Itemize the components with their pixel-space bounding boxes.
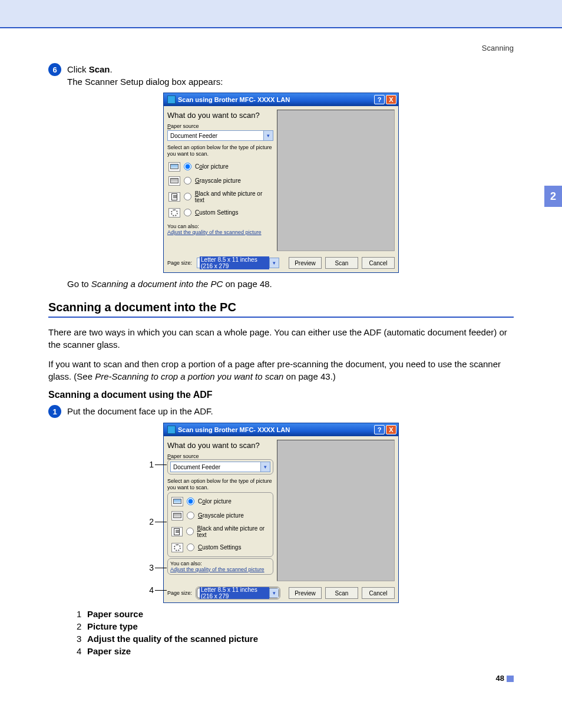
adjust-callout-box: You can also: Adjust the quality of the …	[167, 558, 273, 575]
page-size-value: Letter 8.5 x 11 inches (216 x 279	[200, 587, 269, 599]
you-can-also: You can also:	[167, 223, 273, 229]
step6-line2: The Scanner Setup dialog box appears:	[67, 77, 223, 87]
option-grayscale[interactable]: Grayscale picture	[170, 509, 270, 523]
step-1: 1 Put the document face up in the ADF.	[48, 405, 514, 418]
preview-area	[277, 110, 395, 251]
you-can-also: You can also:	[170, 561, 270, 566]
grayscale-picture-icon	[168, 176, 180, 186]
callout-1: 1	[147, 460, 154, 469]
legend-item-4: 4Paper size	[77, 646, 514, 656]
para2-b: Pre-Scanning to crop a portion you want …	[95, 371, 283, 381]
radio-bw[interactable]	[184, 193, 191, 200]
help-button[interactable]: ?	[374, 425, 385, 434]
callout-2: 2	[147, 517, 154, 526]
running-header-text: Scanning	[482, 44, 514, 52]
chapter-tab: 2	[544, 186, 562, 207]
radio-grayscale[interactable]	[187, 512, 194, 519]
option-color[interactable]: Color picture	[170, 495, 270, 509]
opt-color-label: Color picture	[195, 163, 229, 170]
callout-4: 4	[147, 585, 154, 595]
option-custom[interactable]: Custom Settings	[170, 541, 270, 555]
radio-color[interactable]	[184, 163, 191, 170]
step1-text: Put the document face up in the ADF.	[67, 405, 213, 418]
close-button[interactable]: X	[386, 95, 396, 104]
step6-text-a: Click	[67, 64, 89, 74]
page-banner	[0, 0, 562, 28]
opt-bw-label: Black and white picture or text	[195, 190, 272, 203]
option-custom[interactable]: Custom Settings	[167, 206, 273, 220]
preview-button[interactable]: Preview	[289, 257, 322, 269]
goto-a: Go to	[67, 279, 91, 289]
page-size-dropdown[interactable]: Letter 8.5 x 11 inches (216 x 279 ▾	[197, 588, 279, 598]
page-size-label: Page size:	[167, 260, 192, 266]
step-number-6: 6	[48, 63, 61, 76]
footer-mark-icon	[507, 676, 514, 682]
opt-gray-label: Grayscale picture	[195, 177, 241, 184]
custom-settings-icon	[171, 543, 183, 552]
scan-button[interactable]: Scan	[325, 257, 358, 269]
option-hint: Select an option below for the type of p…	[167, 144, 273, 157]
page-size-label: Page size:	[167, 590, 192, 596]
dialog-title: Scan using Brother MFC- XXXX LAN	[178, 426, 373, 433]
opt-custom-label: Custom Settings	[195, 209, 238, 216]
legend-item-1: 1Paper source	[77, 609, 514, 619]
opt-custom-label: Custom Settings	[198, 544, 241, 551]
callout-3: 3	[147, 563, 154, 572]
step6-scan-word: Scan	[89, 64, 110, 74]
page-size-value: Letter 8.5 x 11 inches (216 x 279	[200, 256, 269, 269]
opt-color-label: Color picture	[198, 498, 232, 505]
grayscale-picture-icon	[171, 511, 183, 521]
radio-bw[interactable]	[186, 528, 194, 535]
legend-item-3: 3Adjust the quality of the scanned pictu…	[77, 634, 514, 644]
paper-source-dropdown[interactable]: Document Feeder ▾	[167, 130, 273, 141]
app-icon	[167, 95, 176, 104]
chevron-down-icon: ▾	[263, 131, 273, 140]
option-grayscale[interactable]: Grayscale picture	[167, 174, 273, 188]
opt-gray-label: Grayscale picture	[198, 512, 244, 519]
paper-source-value: Document Feeder	[173, 464, 260, 470]
scan-button[interactable]: Scan	[325, 587, 358, 599]
dialog-title: Scan using Brother MFC- XXXX LAN	[178, 96, 373, 103]
paper-source-value: Document Feeder	[170, 133, 263, 139]
option-bw[interactable]: Black and white picture or text	[167, 188, 273, 206]
scan-dialog: Scan using Brother MFC- XXXX LAN ? X Wha…	[163, 93, 399, 273]
option-bw[interactable]: Black and white picture or text	[170, 523, 270, 541]
radio-grayscale[interactable]	[184, 177, 191, 185]
picture-type-callout-box: Color picture Grayscale picture Black an	[167, 492, 273, 557]
color-picture-icon	[168, 162, 180, 172]
para-1: There are two ways in which you can scan…	[48, 326, 514, 351]
subheading-adf: Scanning a document using the ADF	[48, 390, 514, 400]
chevron-down-icon: ▾	[260, 462, 270, 472]
cancel-button[interactable]: Cancel	[362, 587, 395, 599]
running-header: Scanning	[0, 28, 562, 52]
cancel-button[interactable]: Cancel	[362, 257, 395, 269]
opt-bw-label: Black and white picture or text	[197, 525, 269, 538]
dialog-titlebar: Scan using Brother MFC- XXXX LAN ? X	[164, 93, 398, 106]
goto-c: on page 48.	[223, 279, 272, 289]
section-heading: Scanning a document into the PC	[48, 301, 514, 318]
legend-item-2: 2Picture type	[77, 621, 514, 631]
bw-picture-icon	[168, 192, 180, 202]
color-picture-icon	[171, 497, 183, 506]
paper-source-callout-box: Document Feeder ▾	[167, 459, 273, 475]
preview-button[interactable]: Preview	[289, 587, 322, 599]
step-number-1: 1	[48, 405, 61, 418]
close-button[interactable]: X	[386, 425, 396, 434]
para-2: If you want to scan and then crop a port…	[48, 358, 514, 383]
step6-text-c: .	[110, 64, 113, 74]
paper-source-dropdown[interactable]: Document Feeder ▾	[170, 462, 270, 472]
adjust-quality-link[interactable]: Adjust the quality of the scanned pictur…	[167, 229, 273, 235]
help-button[interactable]: ?	[374, 95, 385, 104]
option-color[interactable]: Color picture	[167, 160, 273, 174]
page-size-dropdown[interactable]: Letter 8.5 x 11 inches (216 x 279 ▾	[197, 258, 279, 268]
chevron-down-icon: ▾	[269, 258, 279, 268]
option-hint: Select an option below for the type of p…	[167, 478, 273, 491]
radio-custom[interactable]	[184, 209, 191, 216]
radio-color[interactable]	[187, 498, 194, 505]
para2-c: on page 43.)	[283, 371, 335, 381]
paper-source-label: Paper source	[167, 453, 273, 459]
scan-dialog-annotated: Scan using Brother MFC- XXXX LAN ? X Wha…	[163, 423, 399, 603]
radio-custom[interactable]	[187, 543, 194, 551]
adjust-quality-link[interactable]: Adjust the quality of the scanned pictur…	[170, 566, 270, 572]
custom-settings-icon	[168, 208, 180, 218]
